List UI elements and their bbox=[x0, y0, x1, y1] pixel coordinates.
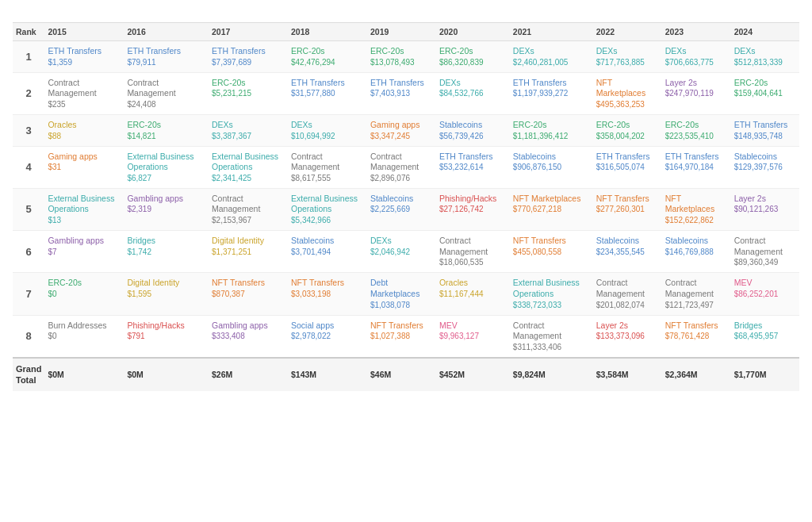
category-label: Gaming apps bbox=[48, 152, 121, 163]
value-label: $2,319 bbox=[127, 204, 205, 214]
category-label: Contract Management bbox=[439, 236, 507, 257]
rank-cell: 1 bbox=[13, 41, 44, 73]
data-cell: DEXs$2,046,942 bbox=[367, 231, 436, 273]
data-cell: Burn Addresses$0 bbox=[44, 315, 124, 358]
value-label: $6,827 bbox=[127, 173, 205, 183]
category-label: DEXs bbox=[513, 46, 590, 57]
category-label: ETH Transfers bbox=[370, 78, 433, 89]
value-label: $277,260,301 bbox=[596, 204, 659, 214]
data-cell: Bridges$1,742 bbox=[124, 231, 209, 273]
data-cell: ERC-20s$0 bbox=[44, 273, 124, 315]
grand-total-value: $26M bbox=[209, 358, 288, 391]
data-cell: ERC-20s$1,181,396,412 bbox=[510, 114, 593, 146]
value-label: $338,723,033 bbox=[513, 300, 590, 310]
data-cell: ETH Transfers$1,359 bbox=[44, 41, 124, 73]
rank-cell: 5 bbox=[13, 188, 44, 230]
category-label: NFT Transfers bbox=[291, 278, 364, 289]
category-label: External Business Operations bbox=[291, 194, 364, 215]
data-cell: External Business Operations$2,341,425 bbox=[209, 146, 288, 188]
data-cell: MEV$9,963,127 bbox=[436, 315, 510, 358]
data-cell: ERC-20s$358,004,202 bbox=[593, 114, 662, 146]
category-label: NFT Transfers bbox=[212, 278, 285, 289]
value-label: $316,505,074 bbox=[596, 162, 659, 172]
category-label: ETH Transfers bbox=[734, 120, 796, 131]
table-row: 4Gaming apps$31External Business Operati… bbox=[13, 146, 799, 188]
rank-cell: 4 bbox=[13, 146, 44, 188]
col-header-2015: 2015 bbox=[44, 23, 124, 41]
data-cell: ETH Transfers$148,935,748 bbox=[731, 114, 799, 146]
category-label: ETH Transfers bbox=[665, 152, 728, 163]
data-cell: Contract Management$201,082,074 bbox=[593, 273, 662, 315]
category-label: DEXs bbox=[596, 46, 659, 57]
category-label: Contract Management bbox=[596, 278, 659, 299]
data-cell: NFT Transfers$3,033,198 bbox=[288, 273, 367, 315]
table-row: 7ERC-20s$0Digital Identity$1,595NFT Tran… bbox=[13, 273, 799, 315]
value-label: $79,911 bbox=[127, 57, 205, 67]
data-cell: NFT Transfers$455,080,558 bbox=[510, 231, 593, 273]
data-cell: ERC-20s$223,535,410 bbox=[662, 114, 731, 146]
rank-cell: 3 bbox=[13, 114, 44, 146]
value-label: $89,360,349 bbox=[734, 257, 796, 267]
category-label: Contract Management bbox=[665, 278, 728, 299]
category-label: Burn Addresses bbox=[48, 320, 121, 332]
data-cell: ETH Transfers$79,911 bbox=[124, 41, 209, 73]
data-cell: Gambling apps$7 bbox=[44, 231, 124, 273]
data-cell: ERC-20s$5,231,215 bbox=[209, 72, 288, 114]
value-label: $5,342,966 bbox=[291, 215, 364, 225]
data-cell: NFT Transfers$78,761,428 bbox=[662, 315, 731, 358]
value-label: $1,197,939,272 bbox=[513, 88, 590, 98]
value-label: $247,970,119 bbox=[665, 88, 728, 98]
category-label: Gaming apps bbox=[370, 120, 433, 131]
category-label: Stablecoins bbox=[665, 236, 728, 247]
data-cell: DEXs$84,532,766 bbox=[436, 72, 510, 114]
value-label: $2,978,022 bbox=[291, 331, 364, 341]
value-label: $78,761,428 bbox=[665, 331, 728, 341]
col-header-2022: 2022 bbox=[593, 23, 662, 41]
category-label: Debt Marketplaces bbox=[370, 278, 433, 299]
value-label: $53,232,614 bbox=[439, 162, 507, 172]
value-label: $906,876,150 bbox=[513, 162, 590, 172]
category-label: Phishing/Hacks bbox=[439, 194, 507, 205]
data-cell: DEXs$706,663,775 bbox=[662, 41, 731, 73]
value-label: $13 bbox=[48, 215, 121, 225]
grand-total-label: GrandTotal bbox=[13, 358, 44, 391]
value-label: $1,027,388 bbox=[370, 331, 433, 341]
rank-cell: 2 bbox=[13, 72, 44, 114]
category-label: ETH Transfers bbox=[596, 152, 659, 163]
category-label: Stablecoins bbox=[439, 120, 507, 131]
table-row: 8Burn Addresses$0Phishing/Hacks$791Gambl… bbox=[13, 315, 799, 358]
category-label: External Business Operations bbox=[513, 278, 590, 299]
category-label: Stablecoins bbox=[513, 152, 590, 163]
value-label: $1,359 bbox=[48, 57, 121, 67]
value-label: $31,577,880 bbox=[291, 88, 364, 98]
category-label: Oracles bbox=[48, 120, 121, 131]
value-label: $0 bbox=[48, 331, 121, 341]
value-label: $2,153,967 bbox=[212, 215, 285, 225]
data-cell: ERC-20s$86,320,839 bbox=[436, 41, 510, 73]
category-label: Stablecoins bbox=[370, 194, 433, 205]
data-cell: Phishing/Hacks$27,126,742 bbox=[436, 188, 510, 230]
category-label: NFT Transfers bbox=[370, 320, 433, 332]
value-label: $1,742 bbox=[127, 247, 205, 257]
category-label: ETH Transfers bbox=[291, 78, 364, 89]
category-label: Oracles bbox=[439, 278, 507, 289]
grand-total-value: $0M bbox=[44, 358, 124, 391]
value-label: $455,080,558 bbox=[513, 247, 590, 257]
data-cell: Gambling apps$2,319 bbox=[124, 188, 209, 230]
data-cell: ERC-20s$13,078,493 bbox=[367, 41, 436, 73]
rank-cell: 8 bbox=[13, 315, 44, 358]
value-label: $311,333,406 bbox=[513, 342, 590, 352]
col-header-2020: 2020 bbox=[436, 23, 510, 41]
value-label: $10,694,992 bbox=[291, 131, 364, 141]
rank-cell: 6 bbox=[13, 231, 44, 273]
col-header-rank: Rank bbox=[13, 23, 44, 41]
category-label: Gambling apps bbox=[48, 236, 121, 247]
value-label: $2,460,281,005 bbox=[513, 57, 590, 67]
value-label: $2,341,425 bbox=[212, 173, 285, 183]
data-cell: ETH Transfers$53,232,614 bbox=[436, 146, 510, 188]
table-row: 1ETH Transfers$1,359ETH Transfers$79,911… bbox=[13, 41, 799, 73]
value-label: $1,181,396,412 bbox=[513, 131, 590, 141]
value-label: $791 bbox=[127, 331, 205, 341]
data-cell: Stablecoins$3,701,494 bbox=[288, 231, 367, 273]
col-header-2016: 2016 bbox=[124, 23, 209, 41]
